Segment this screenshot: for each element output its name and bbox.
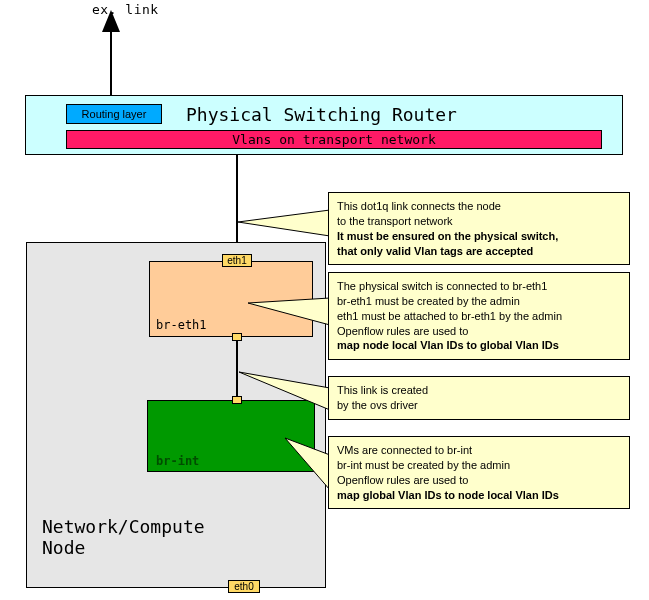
callout-line: VMs are connected to br-int xyxy=(337,443,621,458)
callout-line: Openflow rules are used to xyxy=(337,473,621,488)
router-title: Physical Switching Router xyxy=(186,104,457,125)
callout-line: This link is created xyxy=(337,383,621,398)
callout-line: eth1 must be attached to br-eth1 by the … xyxy=(337,309,621,324)
br-int-label: br-int xyxy=(156,454,199,468)
svg-marker-0 xyxy=(238,210,330,236)
br-eth1-label: br-eth1 xyxy=(156,318,207,332)
callout-line: The physical switch is connected to br-e… xyxy=(337,279,621,294)
eth0-port: eth0 xyxy=(228,580,260,593)
callout-line: This dot1q link connects the node xyxy=(337,199,621,214)
eth1-port: eth1 xyxy=(222,254,252,267)
physical-switching-router: Routing layer Physical Switching Router … xyxy=(25,95,623,155)
callout-ovs-link: This link is created by the ovs driver xyxy=(328,376,630,420)
callout-bold: map node local Vlan IDs to global Vlan I… xyxy=(337,338,621,353)
router-node-link xyxy=(236,155,238,255)
callout-bold: It must be ensured on the physical switc… xyxy=(337,229,621,244)
callout-br-eth1: The physical switch is connected to br-e… xyxy=(328,272,630,360)
vlan-bar: Vlans on transport network xyxy=(66,130,602,149)
callout-br-int: VMs are connected to br-int br-int must … xyxy=(328,436,630,509)
node-title: Network/Compute Node xyxy=(42,516,205,558)
callout-bold: that only valid Vlan tags are accepted xyxy=(337,244,621,259)
uplink-line xyxy=(110,30,112,95)
callout-bold: map global Vlan IDs to node local Vlan I… xyxy=(337,488,621,503)
br-int-top-port xyxy=(232,396,242,404)
callout-line: to the transport network xyxy=(337,214,621,229)
callout-line: Openflow rules are used to xyxy=(337,324,621,339)
ovs-link xyxy=(236,340,238,400)
callout-dot1q-link: This dot1q link connects the node to the… xyxy=(328,192,630,265)
arrow-up-icon xyxy=(102,10,120,32)
routing-layer-box: Routing layer xyxy=(66,104,162,124)
callout-line: br-eth1 must be created by the admin xyxy=(337,294,621,309)
callout-line: br-int must be created by the admin xyxy=(337,458,621,473)
callout-line: by the ovs driver xyxy=(337,398,621,413)
